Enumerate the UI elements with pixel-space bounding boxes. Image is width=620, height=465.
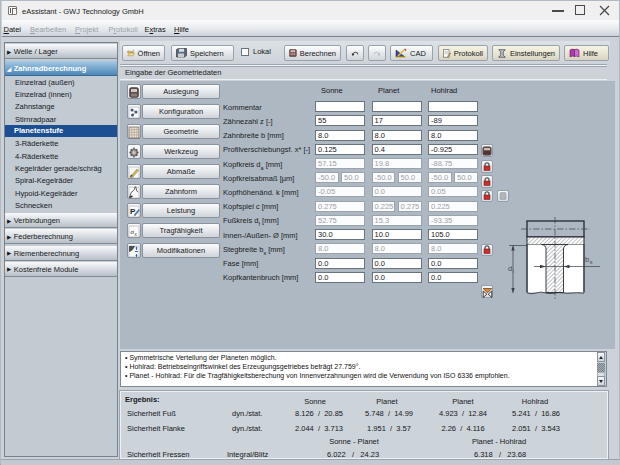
svg-text:s: s: [590, 259, 593, 265]
svg-text:i: i: [513, 268, 514, 274]
svg-text:d: d: [508, 264, 512, 273]
svg-text:b: b: [585, 255, 589, 264]
